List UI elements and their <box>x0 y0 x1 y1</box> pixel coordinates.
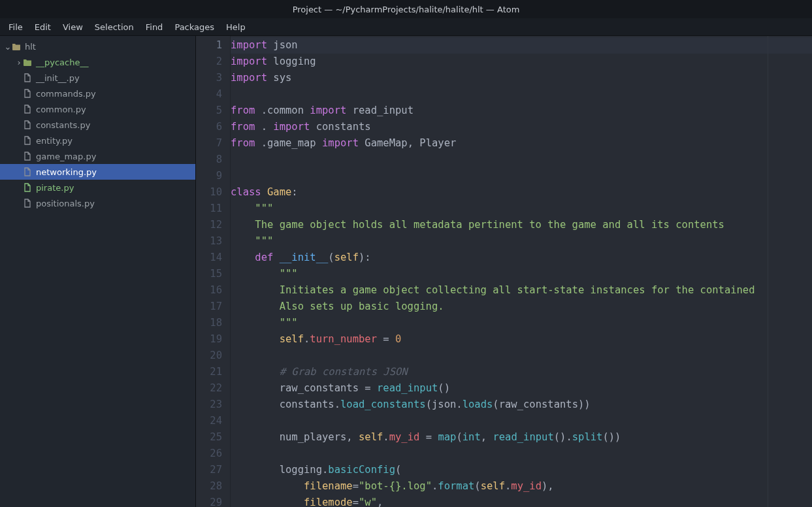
code-line[interactable]: def __init__(self): <box>231 250 812 266</box>
tree-folder--pycache-[interactable]: ›__pycache__ <box>0 54 195 70</box>
code-line[interactable] <box>231 348 812 364</box>
line-number[interactable]: 11 <box>196 201 222 217</box>
line-number[interactable]: 17 <box>196 299 222 315</box>
chevron-down-icon[interactable]: ⌄ <box>4 42 12 52</box>
tree-label: constants.py <box>36 120 90 130</box>
line-number[interactable]: 10 <box>196 184 222 201</box>
tree-label: game_map.py <box>36 152 96 161</box>
code-line[interactable]: import logging <box>231 54 812 70</box>
code-line[interactable]: from . import constants <box>231 119 812 135</box>
line-number[interactable]: 25 <box>196 429 222 446</box>
line-number[interactable]: 1 <box>196 37 222 54</box>
tree-file-networking-py[interactable]: networking.py <box>0 164 195 180</box>
file-icon <box>23 105 32 114</box>
file-icon <box>23 152 32 161</box>
code-line[interactable]: from .game_map import GameMap, Player <box>231 135 812 152</box>
line-number[interactable]: 27 <box>196 462 222 478</box>
code-line[interactable]: """ <box>231 233 812 250</box>
code-line[interactable]: Initiates a game object collecting all s… <box>231 282 812 299</box>
code-area[interactable]: import jsonimport loggingimport sysfrom … <box>231 36 812 507</box>
window-title: Project — ~/PycharmProjects/halite/halit… <box>0 0 812 18</box>
code-line[interactable]: import json <box>231 37 812 54</box>
main-area: ⌄hlt›__pycache____init__.pycommands.pyco… <box>0 36 812 507</box>
line-number[interactable]: 13 <box>196 233 222 250</box>
tree-label: pirate.py <box>36 183 74 193</box>
tree-file-game-map-py[interactable]: game_map.py <box>0 148 195 164</box>
menu-item-view[interactable]: View <box>57 20 89 35</box>
code-line[interactable]: logging.basicConfig( <box>231 462 812 478</box>
code-line[interactable]: constants.load_constants(json.loads(raw_… <box>231 397 812 413</box>
line-number[interactable]: 20 <box>196 348 222 364</box>
code-line[interactable]: """ <box>231 315 812 331</box>
editor[interactable]: 1234567891011121314151617181920212223242… <box>196 36 812 507</box>
tree-label: positionals.py <box>36 199 95 208</box>
code-line[interactable]: filename="bot-{}.log".format(self.my_id)… <box>231 478 812 495</box>
line-number[interactable]: 6 <box>196 119 222 135</box>
tree-file--init-py[interactable]: __init__.py <box>0 70 195 86</box>
code-line[interactable]: from .common import read_input <box>231 103 812 119</box>
code-line[interactable]: filemode="w", <box>231 495 812 507</box>
tree-file-common-py[interactable]: common.py <box>0 101 195 117</box>
code-line[interactable]: The game object holds all metadata perti… <box>231 217 812 233</box>
code-line[interactable]: class Game: <box>231 184 812 201</box>
tree-label: common.py <box>36 105 86 114</box>
tree-folder-hlt[interactable]: ⌄hlt <box>0 39 195 54</box>
line-number[interactable]: 21 <box>196 364 222 380</box>
line-number[interactable]: 9 <box>196 168 222 184</box>
tree-file-entity-py[interactable]: entity.py <box>0 133 195 148</box>
line-number[interactable]: 24 <box>196 413 222 429</box>
tree-label: entity.py <box>36 136 73 146</box>
code-line[interactable] <box>231 86 812 103</box>
line-number[interactable]: 5 <box>196 103 222 119</box>
code-line[interactable]: Also sets up basic logging. <box>231 299 812 315</box>
code-line[interactable]: import sys <box>231 70 812 86</box>
file-icon <box>23 73 32 82</box>
gutter: 1234567891011121314151617181920212223242… <box>196 36 231 507</box>
tree-file-pirate-py[interactable]: pirate.py <box>0 180 195 195</box>
code-line[interactable] <box>231 413 812 429</box>
line-number[interactable]: 2 <box>196 54 222 70</box>
line-number[interactable]: 8 <box>196 152 222 168</box>
menu-item-find[interactable]: Find <box>140 20 169 35</box>
code-line[interactable]: # Grab constants JSON <box>231 364 812 380</box>
line-number[interactable]: 12 <box>196 217 222 233</box>
tree-file-commands-py[interactable]: commands.py <box>0 86 195 101</box>
line-number[interactable]: 7 <box>196 135 222 152</box>
file-icon <box>23 183 32 192</box>
tree-file-positionals-py[interactable]: positionals.py <box>0 195 195 211</box>
file-icon <box>23 89 32 98</box>
line-number[interactable]: 28 <box>196 478 222 495</box>
menu-item-file[interactable]: File <box>3 20 29 35</box>
menu-item-selection[interactable]: Selection <box>89 20 140 35</box>
code-line[interactable] <box>231 446 812 462</box>
line-number[interactable]: 23 <box>196 397 222 413</box>
line-number[interactable]: 3 <box>196 70 222 86</box>
line-number[interactable]: 22 <box>196 380 222 397</box>
line-number[interactable]: 18 <box>196 315 222 331</box>
file-icon <box>23 199 32 208</box>
code-line[interactable]: raw_constants = read_input() <box>231 380 812 397</box>
line-number[interactable]: 29 <box>196 495 222 507</box>
code-line[interactable] <box>231 168 812 184</box>
file-tree[interactable]: ⌄hlt›__pycache____init__.pycommands.pyco… <box>0 36 196 507</box>
line-number[interactable]: 19 <box>196 331 222 348</box>
code-line[interactable]: """ <box>231 266 812 282</box>
code-line[interactable]: """ <box>231 201 812 217</box>
line-number[interactable]: 15 <box>196 266 222 282</box>
chevron-right-icon[interactable]: › <box>15 57 23 67</box>
line-number[interactable]: 26 <box>196 446 222 462</box>
code-line[interactable]: self.turn_number = 0 <box>231 331 812 348</box>
line-number[interactable]: 4 <box>196 86 222 103</box>
tree-file-constants-py[interactable]: constants.py <box>0 117 195 133</box>
tree-label: __pycache__ <box>36 57 88 67</box>
code-line[interactable] <box>231 152 812 168</box>
line-number[interactable]: 16 <box>196 282 222 299</box>
folder-icon <box>23 57 32 67</box>
tree-label: networking.py <box>36 167 97 177</box>
menu-item-help[interactable]: Help <box>220 20 252 35</box>
menu-item-packages[interactable]: Packages <box>169 20 220 35</box>
menu-item-edit[interactable]: Edit <box>29 20 57 35</box>
menu-bar: FileEditViewSelectionFindPackagesHelp <box>0 18 812 36</box>
code-line[interactable]: num_players, self.my_id = map(int, read_… <box>231 429 812 446</box>
line-number[interactable]: 14 <box>196 250 222 266</box>
